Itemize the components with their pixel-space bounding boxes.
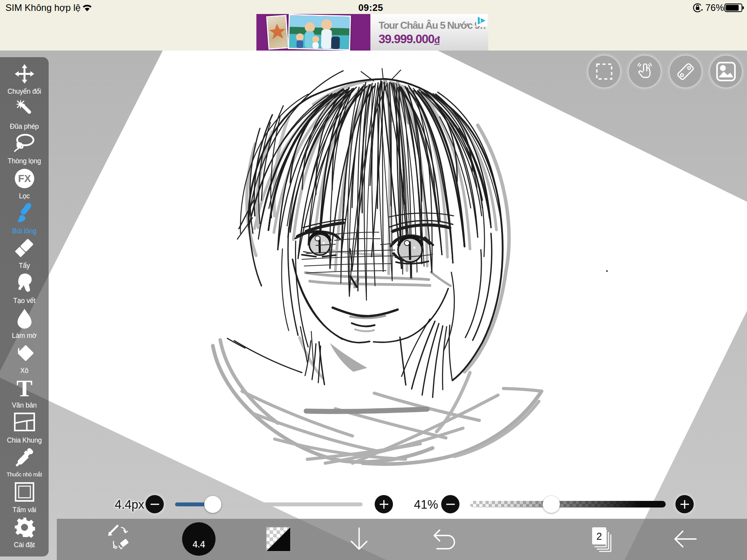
- svg-text:T: T: [16, 377, 32, 399]
- svg-text:2: 2: [596, 530, 602, 542]
- svg-text:FX: FX: [18, 173, 31, 184]
- svg-text:4.4: 4.4: [193, 539, 205, 550]
